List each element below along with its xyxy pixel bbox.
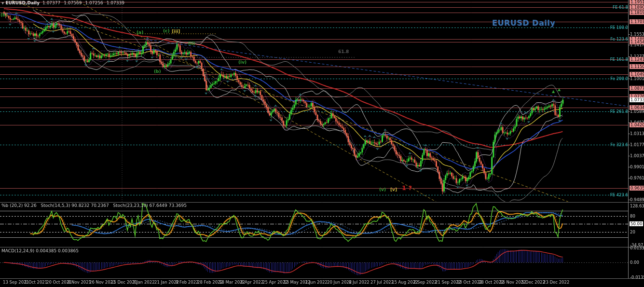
date-label: 3 Jan 2022	[133, 280, 155, 285]
fib-expansion-label: FE 423.6	[599, 192, 628, 197]
price-level-label: 1.08770	[630, 86, 644, 91]
wave-label: [iii]	[172, 29, 180, 34]
fib-expansion-label: FE 161.8	[599, 57, 628, 62]
date-label: 5 Dec 2022	[521, 280, 545, 285]
wave-label: [v]	[390, 187, 397, 192]
date-label: 20 Jun 2022	[327, 280, 352, 285]
price-axis-tick: 1.00370	[630, 153, 644, 158]
pb-level-label: 50.00	[630, 221, 643, 226]
price-level-label: 1.17071	[630, 19, 644, 24]
fib-expansion-label: Fe 123.6	[599, 37, 628, 41]
price-axis-tick: 1.01770	[630, 142, 644, 147]
mt4-chart-window: ▼EURUSD,Daily1.073771.075691.072561.0733…	[0, 0, 644, 287]
wave-label: 1 ?	[402, 184, 412, 191]
macd-axis-label: -0.013596	[630, 275, 644, 280]
fib-expansion-label: FE 100.0	[599, 25, 628, 30]
price-level-label: 1.18902	[630, 5, 644, 10]
price-axis-tick: 0.94890	[630, 197, 644, 202]
date-label: 6 Apr 2022	[241, 280, 263, 285]
macd-axis-label: 0.00	[630, 260, 639, 265]
wave-label: (c)	[163, 28, 170, 33]
price-chart-canvas[interactable]	[0, 0, 644, 287]
price-level-label: 1.19510	[630, 0, 644, 4]
date-label: 23 Dec 2022	[543, 280, 569, 285]
fib-expansion-label: Fe 323.6	[599, 142, 628, 147]
wave-label: (i)	[171, 53, 177, 57]
pb-level-label: 80	[630, 214, 635, 219]
wave-label: 61.8	[338, 49, 349, 54]
price-level-label: 0.96353	[630, 186, 644, 191]
date-label: 2 Sep 2022	[413, 280, 437, 285]
ohlc-close: 1.07339	[107, 0, 124, 5]
wave-label: (a)	[137, 30, 143, 35]
fib-expansion-label: FE 61.8	[599, 5, 628, 10]
chart-header: ▼EURUSD,Daily1.073771.075691.072561.0733…	[1, 0, 128, 5]
wave-label: (v)	[379, 187, 386, 192]
symbol-title: EURUSD,Daily	[5, 0, 40, 5]
stoch-fast-label: Stoch(14,5,3) 90.8232 70.2367	[41, 203, 109, 208]
price-axis-tick: 0.99010	[630, 164, 644, 169]
ohlc-open: 1.07377	[42, 0, 60, 5]
price-level-label: 1.06348	[630, 105, 644, 110]
pb-level-label: 20	[630, 230, 635, 234]
price-level-label: 1.10499	[630, 72, 644, 77]
fib-expansion-label: FE 261.8	[599, 109, 628, 114]
current-price-label: 1.07339	[630, 97, 644, 102]
date-label: 8 Jul 2022	[349, 280, 370, 285]
price-level-label: 1.11506	[630, 64, 644, 69]
price-level-label: 1.12416	[630, 57, 644, 62]
wave-label: (ii)	[188, 41, 195, 46]
pb-panel-label: %b (20,2) 92.26 Stoch(14,5,3) 90.8232 70…	[1, 203, 187, 208]
price-level-label: 1.04204	[630, 123, 644, 127]
date-label: 1 Oct 2021	[25, 280, 47, 285]
watermark: EURUSD Daily	[492, 18, 555, 27]
price-level-label: 1.18196	[630, 10, 644, 15]
wave-label: (iv)	[238, 60, 247, 65]
symbol-marker-icon: ▼	[1, 1, 4, 5]
price-axis-tick: 1.10010	[630, 76, 644, 81]
pb-indicator-label: %b (20,2) 92.26	[1, 203, 37, 208]
date-label: 8 Nov 2021	[68, 280, 91, 285]
price-level-label: 1.14541	[630, 40, 644, 44]
date-label: 27 Jul 2022	[370, 280, 394, 285]
fib-expansion-label: Fe 200.0	[599, 76, 628, 81]
price-axis-tick: 0.97610	[630, 176, 644, 180]
macd-panel-label: MACD(12,24,9) 0.004385 0.003865	[1, 248, 79, 253]
macd-axis-label: 0.013362	[630, 246, 644, 250]
ohlc-low: 1.07256	[85, 0, 103, 5]
stoch-slow-label: Stoch(23,23,10) 67.6449 73.3695	[113, 203, 187, 208]
wave-label: (b)	[154, 69, 161, 74]
wave-label: (b)	[0, 13, 8, 17]
pb-axis-max: 128.63	[630, 204, 644, 208]
ohlc-high: 1.07569	[64, 0, 82, 5]
date-label: 1 Jun 2022	[305, 280, 328, 285]
date-label: 9 Feb 2022	[176, 280, 199, 285]
arrow-marker: ▲	[552, 89, 555, 94]
price-axis-tick: 1.15530	[630, 32, 644, 37]
arrow-marker: ▲	[558, 87, 561, 92]
price-axis-tick: 1.03130	[630, 131, 644, 136]
